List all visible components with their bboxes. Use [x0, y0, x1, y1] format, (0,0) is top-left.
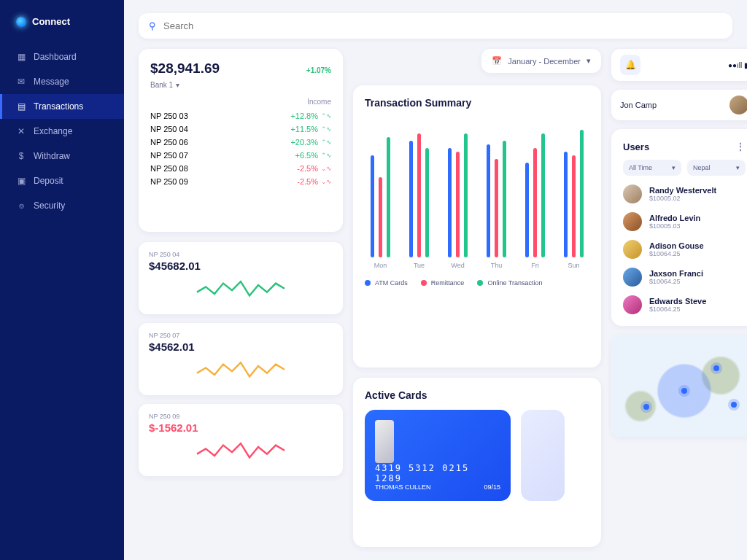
nav-label: Transactions: [34, 101, 108, 112]
user-name: Alfredo Levin: [649, 214, 700, 222]
search-icon: ⚲: [149, 20, 156, 31]
legend-dot-icon: [365, 280, 371, 286]
bank-row[interactable]: NP 250 06+20.3% ⌃∿: [150, 138, 331, 147]
user-amount: $10064.25: [649, 306, 706, 313]
user-row[interactable]: Jaxson Franci$10064.25: [623, 268, 746, 287]
user-amount: $10005.02: [649, 195, 716, 202]
main-content: ⚲ $28,941.69 +1.07% Bank 1 ▾ Income NP 2…: [124, 0, 747, 560]
sparkline-card[interactable]: NP 250 04$45682.01: [139, 242, 343, 314]
chart-bar: [487, 144, 490, 257]
users-region-filter[interactable]: Nepal ▾: [687, 160, 746, 176]
card-chip-icon: [375, 420, 394, 463]
sparkline-column: NP 250 04$45682.01NP 250 07$4562.01NP 25…: [139, 242, 343, 547]
chart-day-column: Thu: [484, 126, 509, 269]
chart-day-label: Fri: [531, 262, 539, 269]
chart-bar: [448, 148, 452, 257]
date-range-selector[interactable]: 📅 January - December ▾: [481, 49, 601, 73]
nav-withdraw[interactable]: $ Withdraw: [0, 144, 124, 168]
trend-icon: ⌄∿: [321, 165, 331, 172]
bank-selector[interactable]: Bank 1 ▾: [150, 81, 331, 89]
summary-chart: MonTueWedThuFriSun: [365, 116, 589, 269]
bank-row[interactable]: NP 250 08-2.5% ⌄∿: [150, 164, 331, 173]
credit-card-primary[interactable]: 4319 5312 0215 1289 THOMAS CULLEN 09/15: [365, 410, 511, 501]
sparkline-chart: [149, 357, 333, 384]
search-input[interactable]: [163, 20, 722, 31]
user-row[interactable]: Adison Gouse$10064.25: [623, 240, 746, 259]
profile-chip[interactable]: Jon Camp: [611, 90, 747, 120]
bank-row[interactable]: NP 250 03+12.8% ⌃∿: [150, 112, 331, 120]
chart-day-label: Wed: [451, 262, 464, 269]
mail-icon: ✉: [16, 77, 26, 87]
shield-icon: ⌾: [16, 201, 26, 211]
box-icon: ▣: [16, 176, 26, 186]
sparkline-card[interactable]: NP 250 07$4562.01: [139, 323, 343, 395]
user-row[interactable]: Alfredo Levin$10005.03: [623, 212, 746, 231]
sparkline-card[interactable]: NP 250 09$-1562.01: [139, 404, 343, 476]
nav-exchange[interactable]: ✕ Exchange: [0, 119, 124, 144]
nav-label: Exchange: [34, 126, 108, 136]
chart-bar: [525, 163, 529, 257]
summary-legend: ATM CardsRemittanceOnline Transaction: [365, 279, 589, 287]
search-bar[interactable]: ⚲: [139, 13, 732, 39]
app-name: Connect: [32, 16, 70, 27]
nav-transactions[interactable]: ▤ Transactions: [0, 94, 124, 119]
map-card[interactable]: [611, 335, 747, 437]
nav-dashboard[interactable]: ▦ Dashboard: [0, 44, 124, 69]
bank-name: NP 250 07: [150, 151, 188, 160]
bell-icon: 🔔: [625, 60, 636, 70]
bank-name: NP 250 09: [150, 177, 188, 186]
chart-bar: [533, 148, 537, 257]
list-icon: ▤: [16, 101, 26, 112]
nav-security[interactable]: ⌾ Security: [0, 193, 124, 218]
bank-row[interactable]: NP 250 09-2.5% ⌄∿: [150, 177, 331, 186]
notifications-button[interactable]: 🔔: [620, 55, 640, 75]
chart-bar: [425, 148, 429, 257]
bank-name: NP 250 04: [150, 125, 188, 133]
chart-bar: [541, 133, 545, 257]
bank-name: NP 250 08: [150, 164, 188, 173]
trend-icon: ⌃∿: [321, 125, 331, 133]
bank-name: NP 250 06: [150, 138, 188, 147]
chevron-down-icon: ▾: [176, 81, 179, 89]
profile-name: Jon Camp: [620, 101, 724, 109]
user-name: Randy Westervelt: [649, 186, 716, 195]
users-more-button[interactable]: ⋮: [735, 141, 746, 152]
world-map: [611, 335, 747, 437]
chevron-down-icon: ▾: [736, 164, 740, 171]
sparkline-label: NP 250 09: [149, 413, 333, 420]
signal-icon: ●●ıll ▮: [728, 61, 747, 69]
chart-bar: [580, 130, 584, 257]
chart-bar: [417, 133, 421, 257]
chart-day-label: Sun: [568, 262, 579, 269]
grid-icon: ▦: [16, 52, 26, 62]
transaction-summary-card: Transaction Summary MonTueWedThuFriSun A…: [353, 85, 601, 368]
sparkline-amount: $-1562.01: [149, 421, 333, 434]
credit-card-next[interactable]: [521, 410, 565, 501]
nav-label: Security: [34, 201, 108, 211]
user-row[interactable]: Edwards Steve$10064.25: [623, 295, 746, 314]
active-cards-card: Active Cards 4319 5312 0215 1289 THOMAS …: [353, 378, 601, 547]
income-header: Income: [307, 98, 331, 106]
legend-item: ATM Cards: [365, 279, 408, 287]
chart-bar: [456, 152, 460, 257]
users-time-filter[interactable]: All Time ▾: [623, 160, 681, 176]
user-row[interactable]: Randy Westervelt$10005.02: [623, 184, 746, 203]
sparkline-amount: $45682.01: [149, 260, 333, 272]
chart-day-column: Fri: [522, 126, 548, 269]
sparkline-label: NP 250 04: [149, 251, 333, 258]
bank-row[interactable]: NP 250 04+11.5% ⌃∿: [150, 125, 331, 133]
chart-bar: [409, 141, 413, 257]
chart-bar: [503, 141, 506, 257]
nav-deposit[interactable]: ▣ Deposit: [0, 168, 124, 193]
legend-item: Remittance: [421, 279, 465, 287]
dollar-icon: $: [16, 151, 26, 161]
nav-message[interactable]: ✉ Message: [0, 69, 124, 94]
chart-day-label: Thu: [491, 262, 503, 269]
bank-name: NP 250 03: [150, 112, 188, 120]
balance-amount: $28,941.69: [150, 61, 220, 77]
legend-item: Online Transaction: [477, 279, 542, 287]
users-card: Users ⋮ All Time ▾ Nepal ▾ Randy Westerv…: [611, 129, 747, 326]
sparkline-label: NP 250 07: [149, 332, 333, 339]
trend-icon: ⌃∿: [321, 139, 331, 146]
bank-row[interactable]: NP 250 07+6.5% ⌃∿: [150, 151, 331, 160]
